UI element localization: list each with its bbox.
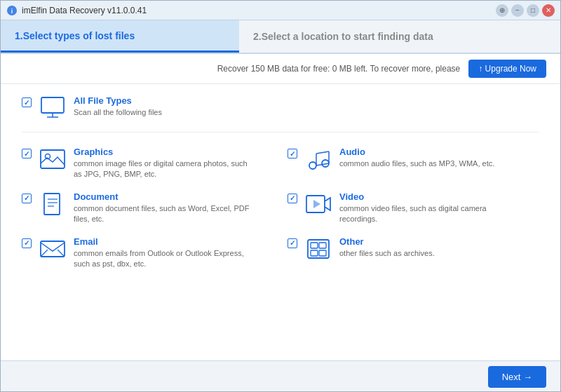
- step1-tab[interactable]: 1.Select types of lost files: [1, 20, 239, 53]
- step-header: 1.Select types of lost files 2.Select a …: [1, 20, 560, 54]
- document-item: Document common document files, such as …: [22, 191, 273, 225]
- document-label: Document: [74, 191, 256, 202]
- svg-point-7: [309, 162, 316, 169]
- video-icon: [304, 191, 332, 217]
- video-info: Video common video files, such as digita…: [339, 191, 522, 225]
- app-icon: i: [6, 5, 18, 16]
- email-checkbox[interactable]: [22, 238, 32, 248]
- email-icon: [39, 236, 67, 262]
- audio-desc: common audio files, such as MP3, WMA, et…: [339, 158, 494, 169]
- next-button[interactable]: Next →: [488, 366, 546, 388]
- svg-rect-24: [319, 243, 326, 248]
- all-file-types-item: All File Types Scan all the following fi…: [22, 95, 162, 121]
- monitor-icon: [39, 95, 67, 121]
- all-file-types-row: All File Types Scan all the following fi…: [22, 95, 539, 133]
- graphics-label: Graphics: [74, 147, 256, 157]
- other-desc: other files such as archives.: [339, 248, 435, 259]
- svg-rect-23: [311, 243, 318, 248]
- video-item: Video common video files, such as digita…: [288, 191, 539, 225]
- step2-label: 2.Select a location to start finding dat…: [253, 31, 433, 42]
- email-label: Email: [74, 236, 256, 247]
- email-info: Email common emails from Outlook or Outl…: [74, 236, 256, 270]
- graphics-icon: [39, 147, 67, 172]
- svg-line-21: [58, 250, 65, 257]
- audio-info: Audio common audio files, such as MP3, W…: [339, 147, 494, 169]
- svg-text:i: i: [11, 8, 13, 15]
- audio-label: Audio: [339, 147, 494, 157]
- file-types-container: All File Types Scan all the following fi…: [1, 84, 560, 360]
- bottom-bar: Next →: [1, 360, 560, 392]
- email-item: Email common emails from Outlook or Outl…: [22, 236, 273, 270]
- other-label: Other: [339, 236, 435, 247]
- svg-rect-2: [41, 97, 64, 113]
- svg-rect-13: [44, 194, 60, 215]
- other-item: Other other files such as archives.: [288, 236, 539, 270]
- minimize-button[interactable]: −: [511, 4, 524, 17]
- title-bar: i imElfin Data Recovery v11.0.0.41 ⊕ − □…: [1, 1, 560, 20]
- upgrade-button[interactable]: ↑ Upgrade Now: [468, 60, 546, 78]
- upgrade-banner: Recover 150 MB data for free: 0 MB left.…: [1, 54, 560, 84]
- step2-tab[interactable]: 2.Select a location to start finding dat…: [239, 20, 560, 53]
- window-title: imElfin Data Recovery v11.0.0.41: [22, 6, 496, 15]
- other-info: Other other files such as archives.: [339, 236, 435, 259]
- svg-rect-26: [319, 250, 326, 256]
- email-desc: common emails from Outlook or Outlook Ex…: [74, 248, 256, 270]
- all-file-types-checkbox[interactable]: [22, 97, 32, 107]
- svg-line-20: [41, 250, 48, 257]
- graphics-checkbox[interactable]: [22, 149, 32, 158]
- step1-label: 1.Select types of lost files: [15, 30, 135, 41]
- document-info: Document common document files, such as …: [74, 191, 256, 225]
- svg-marker-18: [313, 200, 320, 208]
- all-file-types-label: All File Types: [74, 95, 162, 106]
- maximize-button[interactable]: □: [527, 4, 539, 17]
- document-icon: [39, 191, 67, 217]
- video-desc: common video files, such as digital came…: [339, 203, 522, 225]
- svg-rect-5: [41, 150, 65, 168]
- all-file-types-desc: Scan all the following files: [74, 107, 162, 118]
- all-file-types-info: All File Types Scan all the following fi…: [74, 95, 162, 118]
- audio-item: Audio common audio files, such as MP3, W…: [288, 147, 539, 180]
- document-checkbox[interactable]: [22, 194, 32, 203]
- other-icon: [304, 236, 332, 262]
- window-controls: ⊕ − □ ✕: [496, 4, 555, 17]
- content-area: Recover 150 MB data for free: 0 MB left.…: [1, 54, 560, 392]
- banner-text: Recover 150 MB data for free: 0 MB left.…: [217, 64, 461, 74]
- svg-rect-19: [41, 241, 65, 257]
- graphics-item: Graphics common image files or digital c…: [22, 147, 273, 180]
- graphics-desc: common image files or digital camera pho…: [74, 158, 256, 180]
- svg-rect-25: [311, 250, 318, 256]
- video-checkbox[interactable]: [288, 194, 297, 203]
- file-types-grid: Graphics common image files or digital c…: [22, 147, 539, 269]
- svg-line-12: [316, 151, 329, 154]
- graphics-info: Graphics common image files or digital c…: [74, 147, 256, 180]
- audio-checkbox[interactable]: [288, 149, 297, 158]
- video-label: Video: [339, 191, 522, 202]
- audio-icon: [304, 147, 332, 172]
- close-button[interactable]: ✕: [542, 4, 555, 17]
- document-desc: common document files, such as Word, Exc…: [74, 203, 256, 225]
- add-button[interactable]: ⊕: [496, 4, 508, 17]
- other-checkbox[interactable]: [288, 238, 297, 248]
